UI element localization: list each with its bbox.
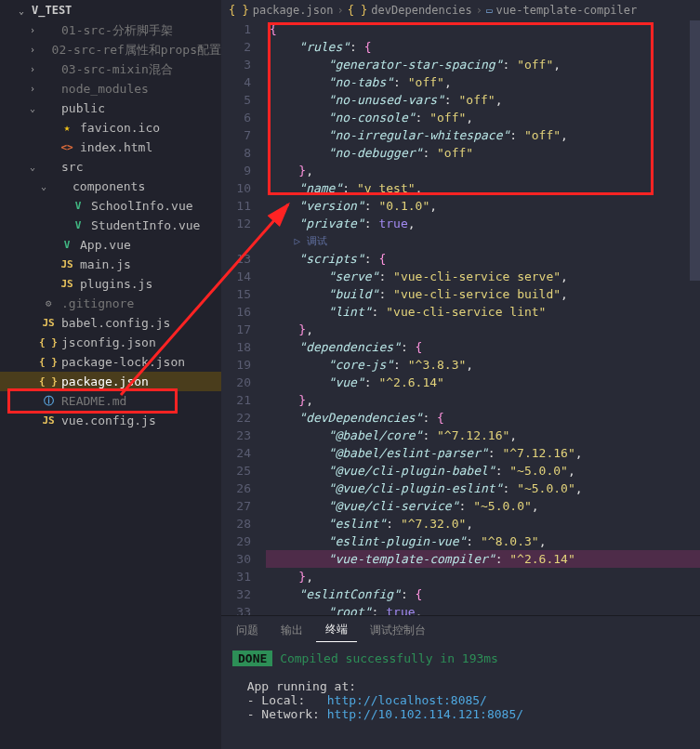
local-label: - Local: <box>247 693 327 707</box>
code-line[interactable]: "eslintConfig": { <box>270 585 700 603</box>
breadcrumb-seg[interactable]: package.json <box>253 4 334 17</box>
file-tree-item[interactable]: { }package.json <box>0 372 221 391</box>
file-tree-item[interactable]: VSchoolInfo.vue <box>0 196 221 216</box>
code-line[interactable]: }, <box>270 391 700 409</box>
line-gutter: 123456789101112 131415161718192021222324… <box>221 20 266 615</box>
code-line[interactable]: "vue": "^2.6.14" <box>270 374 700 391</box>
code-line[interactable]: "private": true, <box>270 215 700 232</box>
json-icon: { } <box>41 335 56 350</box>
folder-icon <box>41 101 56 116</box>
code-line[interactable]: "generator-star-spacing": "off", <box>270 56 700 73</box>
file-tree-item[interactable]: <>index.html <box>0 138 221 157</box>
terminal-output[interactable]: DONE Compiled successfully in 193ms App … <box>221 644 700 749</box>
code-line[interactable]: "no-irregular-whitespace": "off", <box>270 126 700 144</box>
code-line[interactable]: "no-console": "off", <box>270 109 700 126</box>
file-label: vue.config.js <box>61 414 156 427</box>
panel-tab[interactable]: 问题 <box>227 619 268 642</box>
app-running-label: App running at: <box>247 679 356 693</box>
js-icon: JS <box>41 316 56 331</box>
json-icon: { } <box>348 4 368 17</box>
file-tree-item[interactable]: ⓘREADME.md <box>0 391 221 411</box>
file-tree-item[interactable]: ⌄components <box>0 177 221 196</box>
code-editor[interactable]: 123456789101112 131415161718192021222324… <box>221 20 700 615</box>
conf-icon: ⚙ <box>41 296 56 311</box>
breadcrumb-seg[interactable]: vue-template-compiler <box>496 4 638 17</box>
code-line[interactable]: }, <box>270 568 700 585</box>
code-line[interactable]: "serve": "vue-cli-service serve", <box>270 268 700 285</box>
breadcrumb: { } package.json › { } devDependencies ›… <box>221 0 700 20</box>
file-label: node_modules <box>61 82 149 96</box>
editor-area: { } package.json › { } devDependencies ›… <box>221 0 700 749</box>
code-line[interactable]: "devDependencies": { <box>270 409 700 427</box>
file-tree-item[interactable]: VApp.vue <box>0 235 221 255</box>
code-line[interactable]: }, <box>270 321 700 338</box>
chevron-right-icon: › <box>476 4 482 17</box>
code-line[interactable]: "no-debugger": "off" <box>270 144 700 162</box>
file-tree-item[interactable]: JSmain.js <box>0 255 221 274</box>
file-tree-item[interactable]: ⚙.gitignore <box>0 294 221 313</box>
file-label: public <box>61 101 105 115</box>
file-label: jsconfig.json <box>61 335 156 349</box>
network-label: - Network: <box>247 707 327 721</box>
code-content[interactable]: { "rules": { "generator-star-spacing": "… <box>266 20 700 615</box>
local-url[interactable]: http://localhost:8085/ <box>327 693 487 707</box>
code-line[interactable]: "eslint-plugin-vue": "^8.0.3", <box>270 532 700 550</box>
code-line[interactable]: { <box>270 20 700 38</box>
code-line[interactable]: "root": true, <box>270 603 700 615</box>
code-line[interactable]: "version": "0.1.0", <box>270 197 700 215</box>
file-label: README.md <box>61 394 126 408</box>
code-line[interactable]: "@babel/core": "^7.12.16", <box>270 427 700 444</box>
code-line[interactable]: "no-tabs": "off", <box>270 73 700 91</box>
file-tree-item[interactable]: JSvue.config.js <box>0 411 221 430</box>
file-tree-item[interactable]: ★favicon.ico <box>0 118 221 138</box>
file-tree-item[interactable]: ›03-src-mixin混合 <box>0 59 221 79</box>
file-label: src <box>61 160 83 174</box>
code-line[interactable]: "core-js": "^3.8.3", <box>270 356 700 374</box>
explorer-root[interactable]: ⌄ V_TEST <box>0 0 221 20</box>
editor-scrollbar[interactable] <box>690 20 700 615</box>
code-line[interactable]: "scripts": { <box>270 250 700 268</box>
code-line[interactable]: "vue-template-compiler": "^2.6.14" <box>266 550 700 568</box>
file-tree-item[interactable]: ⌄public <box>0 99 221 118</box>
file-tree-item[interactable]: ›02-src-ref属性和props配置 <box>0 40 221 59</box>
code-line[interactable]: "@babel/eslint-parser": "^7.12.16", <box>270 444 700 462</box>
file-tree-item[interactable]: ⌄src <box>0 157 221 177</box>
code-line[interactable]: }, <box>270 162 700 179</box>
folder-icon <box>41 23 56 38</box>
js-icon: JS <box>59 257 74 272</box>
code-line[interactable]: "@vue/cli-plugin-eslint": "~5.0.0", <box>270 480 700 497</box>
chevron-right-icon: › <box>30 84 39 94</box>
file-tree-item[interactable]: JSplugins.js <box>0 274 221 294</box>
file-tree-item[interactable]: ›01-src-分析脚手架 <box>0 20 221 40</box>
folder-icon <box>41 62 56 77</box>
code-line[interactable]: "lint": "vue-cli-service lint" <box>270 303 700 321</box>
file-label: index.html <box>80 140 152 154</box>
file-label: 01-src-分析脚手架 <box>61 22 173 39</box>
code-line[interactable]: "@vue/cli-plugin-babel": "~5.0.0", <box>270 462 700 480</box>
breadcrumb-seg[interactable]: devDependencies <box>371 4 471 17</box>
code-line[interactable]: "build": "vue-cli-service build", <box>270 285 700 303</box>
chevron-down-icon: ⌄ <box>30 162 39 172</box>
code-line[interactable]: "name": "v_test", <box>270 179 700 197</box>
file-tree-item[interactable]: { }jsconfig.json <box>0 333 221 352</box>
file-tree-item[interactable]: ›node_modules <box>0 79 221 99</box>
code-line[interactable]: "rules": { <box>270 38 700 56</box>
panel-tabs: 问题输出终端调试控制台 <box>221 616 700 644</box>
codelens-debug[interactable]: ▷ 调试 <box>270 232 700 250</box>
panel-tab[interactable]: 调试控制台 <box>361 619 435 642</box>
code-line[interactable]: "eslint": "^7.32.0", <box>270 515 700 532</box>
network-url[interactable]: http://10.102.114.121:8085/ <box>327 707 523 721</box>
vue-icon: V <box>71 199 86 214</box>
panel-tab[interactable]: 终端 <box>316 618 357 642</box>
chevron-right-icon: › <box>30 45 35 55</box>
code-line[interactable]: "dependencies": { <box>270 338 700 356</box>
scrollbar-thumb[interactable] <box>690 20 700 281</box>
file-label: package.json <box>61 374 149 388</box>
file-tree-item[interactable]: JSbabel.config.js <box>0 313 221 333</box>
file-tree-item[interactable]: { }package-lock.json <box>0 352 221 372</box>
panel-tab[interactable]: 输出 <box>271 619 312 642</box>
code-line[interactable]: "no-unused-vars": "off", <box>270 91 700 109</box>
info-icon: ⓘ <box>41 394 56 409</box>
file-tree-item[interactable]: VStudentInfo.vue <box>0 216 221 235</box>
code-line[interactable]: "@vue/cli-service": "~5.0.0", <box>270 497 700 515</box>
